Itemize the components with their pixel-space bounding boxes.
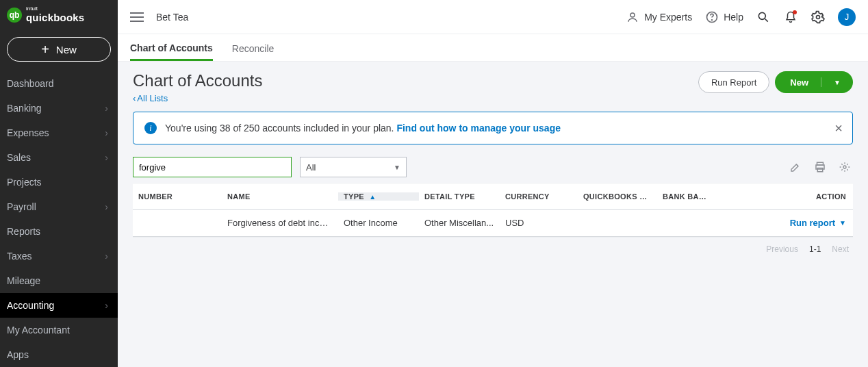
sidebar-item-label: Expenses bbox=[7, 127, 49, 138]
sidebar-item-mileage[interactable]: Mileage bbox=[0, 268, 118, 293]
sidebar-item-dashboard[interactable]: Dashboard bbox=[0, 71, 118, 96]
logo: qb intuit quickbooks bbox=[0, 0, 118, 30]
th-type[interactable]: TYPE ▲ bbox=[338, 192, 419, 201]
edit-icon[interactable] bbox=[787, 159, 804, 175]
th-qb-balance[interactable]: QUICKBOOKS BALANCE bbox=[578, 192, 657, 201]
sidebar-item-my-accountant[interactable]: My Accountant bbox=[0, 318, 118, 342]
help-button[interactable]: Help bbox=[704, 10, 743, 25]
pager: Previous 1-1 Next bbox=[133, 238, 853, 261]
print-icon[interactable] bbox=[812, 159, 828, 175]
sidebar-item-sales[interactable]: Sales› bbox=[0, 145, 118, 170]
new-button[interactable]: + New bbox=[7, 37, 111, 62]
th-bank-balance[interactable]: BANK BALANCE bbox=[657, 192, 716, 201]
tab-reconcile[interactable]: Reconcile bbox=[232, 43, 274, 61]
chevron-right-icon: › bbox=[105, 201, 108, 212]
chevron-right-icon: › bbox=[105, 127, 108, 138]
dropdown-caret-icon: ▼ bbox=[834, 79, 841, 86]
sidebar-item-label: Banking bbox=[7, 103, 42, 114]
help-icon bbox=[704, 10, 719, 25]
dropdown-caret-icon: ▼ bbox=[839, 219, 846, 227]
hamburger-icon[interactable] bbox=[130, 12, 144, 22]
tab-chart-of-accounts[interactable]: Chart of Accounts bbox=[130, 42, 213, 61]
sidebar: qb intuit quickbooks + New DashboardBank… bbox=[0, 0, 118, 367]
my-experts-label: My Experts bbox=[644, 12, 692, 23]
sidebar-item-label: Reports bbox=[7, 226, 40, 237]
cell-detail: Other Miscellan... bbox=[419, 218, 500, 228]
sidebar-item-label: Dashboard bbox=[7, 78, 54, 89]
sidebar-item-reports[interactable]: Reports bbox=[0, 219, 118, 244]
th-currency[interactable]: CURRENCY bbox=[500, 192, 578, 201]
run-report-button[interactable]: Run Report bbox=[698, 71, 769, 93]
th-type-label: TYPE bbox=[344, 192, 364, 201]
th-name[interactable]: NAME bbox=[222, 192, 338, 201]
cell-name: Forgiveness of debt income bbox=[222, 218, 338, 228]
table-header: NUMBER NAME TYPE ▲ DETAIL TYPE CURRENCY … bbox=[133, 184, 853, 210]
sidebar-item-label: Payroll bbox=[7, 201, 36, 212]
logo-mark-icon: qb bbox=[7, 8, 22, 23]
info-banner-link[interactable]: Find out how to manage your usage bbox=[396, 123, 561, 134]
info-banner-text: You're using 38 of 250 accounts included… bbox=[165, 123, 396, 134]
svg-point-3 bbox=[758, 12, 765, 19]
pager-previous[interactable]: Previous bbox=[766, 244, 798, 254]
table-row[interactable]: Forgiveness of debt incomeOther IncomeOt… bbox=[133, 210, 853, 237]
avatar[interactable]: J bbox=[838, 8, 856, 26]
sort-asc-icon: ▲ bbox=[369, 193, 376, 201]
search-input[interactable] bbox=[133, 157, 292, 177]
cell-type: Other Income bbox=[338, 218, 419, 228]
svg-point-9 bbox=[843, 166, 846, 168]
chevron-right-icon: › bbox=[105, 152, 108, 163]
chevron-right-icon: › bbox=[105, 251, 108, 262]
info-banner: i You're using 38 of 250 accounts includ… bbox=[133, 112, 853, 144]
logo-small-text: intuit bbox=[26, 6, 84, 12]
pager-next[interactable]: Next bbox=[832, 244, 849, 254]
sidebar-item-projects[interactable]: Projects bbox=[0, 170, 118, 194]
settings-icon[interactable] bbox=[810, 10, 826, 25]
breadcrumb-label: All Lists bbox=[137, 93, 168, 103]
search-icon[interactable] bbox=[756, 10, 771, 25]
filter-select-value: All bbox=[306, 162, 316, 173]
sidebar-item-apps[interactable]: Apps bbox=[0, 342, 118, 367]
th-number[interactable]: NUMBER bbox=[133, 192, 222, 201]
cell-currency: USD bbox=[500, 218, 578, 228]
sidebar-item-label: Accounting bbox=[7, 300, 54, 311]
sidebar-item-accounting[interactable]: Accounting› bbox=[0, 293, 118, 318]
svg-point-2 bbox=[712, 19, 713, 20]
table-settings-icon[interactable] bbox=[837, 159, 853, 175]
content: Chart of Accounts ‹ All Lists Run Report… bbox=[118, 62, 868, 367]
sidebar-item-label: Taxes bbox=[7, 251, 32, 262]
th-detail[interactable]: DETAIL TYPE bbox=[419, 192, 500, 201]
svg-point-5 bbox=[817, 15, 820, 18]
person-icon bbox=[625, 10, 640, 25]
row-run-report[interactable]: Run report ▼ bbox=[790, 218, 846, 228]
sidebar-item-label: Mileage bbox=[7, 275, 40, 286]
th-action: ACTION bbox=[716, 192, 853, 201]
notifications-icon[interactable] bbox=[783, 10, 798, 25]
breadcrumb-back[interactable]: ‹ All Lists bbox=[133, 93, 262, 103]
accounts-table: NUMBER NAME TYPE ▲ DETAIL TYPE CURRENCY … bbox=[133, 183, 853, 238]
sidebar-item-expenses[interactable]: Expenses› bbox=[0, 121, 118, 145]
sidebar-item-label: Apps bbox=[7, 349, 29, 360]
new-account-button[interactable]: New ▼ bbox=[775, 71, 853, 93]
chevron-left-icon: ‹ bbox=[133, 93, 136, 103]
chevron-down-icon: ▼ bbox=[394, 164, 400, 171]
sidebar-item-banking[interactable]: Banking› bbox=[0, 96, 118, 121]
help-label: Help bbox=[724, 12, 743, 23]
svg-point-0 bbox=[630, 13, 635, 17]
new-account-button-label: New bbox=[790, 77, 808, 88]
new-button-label: New bbox=[56, 44, 77, 55]
sidebar-item-label: My Accountant bbox=[7, 325, 70, 336]
my-experts-button[interactable]: My Experts bbox=[625, 10, 692, 25]
pager-range: 1-1 bbox=[809, 244, 821, 254]
sidebar-item-payroll[interactable]: Payroll› bbox=[0, 194, 118, 219]
logo-text: quickbooks bbox=[26, 12, 84, 23]
topbar: Bet Tea My Experts Help bbox=[118, 0, 868, 34]
filter-select[interactable]: All ▼ bbox=[300, 157, 407, 177]
company-name: Bet Tea bbox=[156, 12, 188, 23]
tabs: Chart of AccountsReconcile bbox=[118, 34, 868, 62]
sidebar-item-taxes[interactable]: Taxes› bbox=[0, 244, 118, 268]
nav-list: DashboardBanking›Expenses›Sales›Projects… bbox=[0, 71, 118, 367]
chevron-right-icon: › bbox=[105, 300, 108, 311]
info-icon: i bbox=[144, 122, 157, 134]
chevron-right-icon: › bbox=[105, 103, 108, 114]
close-icon[interactable]: × bbox=[834, 121, 843, 136]
